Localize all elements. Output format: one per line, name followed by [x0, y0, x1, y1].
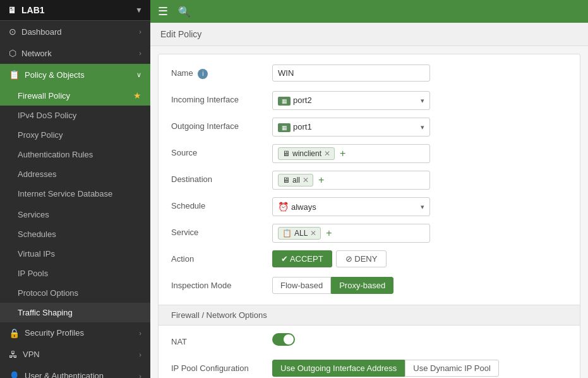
source-row: Source 🖥 winclient ✕ +	[171, 144, 567, 164]
sidebar-item-label: Internet Service Database	[18, 189, 112, 200]
dashboard-icon: ⊙	[9, 27, 16, 37]
toggle-thumb	[284, 334, 294, 344]
source-label: Source	[171, 144, 272, 157]
star-icon: ★	[133, 90, 141, 101]
sidebar: 🖥 LAB1 ▼ ⊙ Dashboard › ⬡ Network › 📋 Pol…	[0, 0, 150, 378]
destination-tag-label: all	[292, 176, 300, 185]
sidebar-header[interactable]: 🖥 LAB1 ▼	[0, 0, 150, 21]
schedule-row: Schedule ⏰always ▾	[171, 197, 567, 217]
action-row: Action ✔ ACCEPT ⊘ DENY	[171, 250, 567, 271]
policy-icon: 📋	[9, 70, 20, 80]
action-buttons: ✔ ACCEPT ⊘ DENY	[272, 250, 567, 267]
destination-tag-container[interactable]: 🖥 all ✕ +	[272, 171, 430, 190]
sidebar-item-network[interactable]: ⬡ Network ›	[0, 42, 150, 64]
chevron-right-icon: ›	[139, 372, 141, 378]
use-dynamic-ip-pool-button[interactable]: Use Dynamic IP Pool	[405, 360, 499, 377]
chevron-down-icon: ▾	[421, 203, 424, 211]
destination-row: Destination 🖥 all ✕ +	[171, 171, 567, 191]
nat-label: NAT	[171, 333, 272, 346]
sidebar-item-label: Services	[18, 210, 49, 219]
sidebar-item-auth-rules[interactable]: Authentication Rules	[0, 145, 150, 164]
sidebar-brand: 🖥 LAB1	[8, 5, 45, 15]
sidebar-item-label: Firewall Policy	[18, 91, 70, 101]
accept-button[interactable]: ✔ ACCEPT	[272, 250, 332, 267]
sidebar-item-protocol-options[interactable]: Protocol Options	[0, 283, 150, 303]
sidebar-item-ip-pools[interactable]: IP Pools	[0, 264, 150, 283]
name-label: Name	[171, 68, 193, 78]
dest-tag-icon: 🖥	[282, 176, 290, 185]
service-tag-remove[interactable]: ✕	[310, 229, 316, 238]
sidebar-item-proxy-policy[interactable]: Proxy Policy	[0, 125, 150, 145]
source-tag-remove[interactable]: ✕	[324, 149, 330, 158]
sidebar-item-label: Policy & Objects	[25, 70, 85, 80]
inspection-mode-row: Inspection Mode Flow-based Proxy-based	[171, 277, 567, 297]
source-tag-container[interactable]: 🖥 winclient ✕ +	[272, 144, 430, 163]
incoming-interface-value: port2	[293, 95, 312, 105]
sidebar-item-label: IPv4 DoS Policy	[18, 111, 76, 120]
outgoing-interface-row: Outgoing Interface ▦port1 ▾	[171, 118, 567, 138]
nat-row: NAT	[171, 333, 567, 353]
destination-add-button[interactable]: +	[318, 174, 324, 186]
ip-pool-buttons: Use Outgoing Interface Address Use Dynam…	[272, 360, 567, 377]
page-title: Edit Policy	[150, 23, 588, 46]
sidebar-item-traffic-shaping[interactable]: Traffic Shaping	[0, 303, 150, 322]
sidebar-item-label: IP Pools	[18, 269, 48, 278]
destination-label: Destination	[171, 171, 272, 184]
service-add-button[interactable]: +	[326, 228, 332, 239]
sidebar-item-firewall-policy[interactable]: Firewall Policy ★	[0, 85, 150, 106]
incoming-interface-select[interactable]: ▦port2 ▾	[272, 91, 430, 110]
hamburger-icon[interactable]: ☰	[158, 4, 168, 18]
sidebar-item-label: VPN	[23, 350, 40, 359]
destination-tag-remove[interactable]: ✕	[303, 176, 309, 185]
sidebar-item-policy-objects[interactable]: 📋 Policy & Objects ∨	[0, 64, 150, 85]
sidebar-item-ipv4-dos[interactable]: IPv4 DoS Policy	[0, 106, 150, 125]
sidebar-item-label: Schedules	[18, 229, 56, 239]
nat-toggle[interactable]	[272, 333, 295, 346]
action-label: Action	[171, 250, 272, 264]
schedule-select[interactable]: ⏰always ▾	[272, 197, 430, 216]
main-content: ☰ 🔍 Edit Policy Name i Incoming Interfac…	[150, 0, 588, 378]
sidebar-collapse-arrow[interactable]: ▼	[135, 6, 143, 15]
toggle-track[interactable]	[272, 333, 295, 346]
service-tag-icon: 📋	[282, 229, 292, 238]
sidebar-item-label: Network	[21, 49, 52, 58]
sidebar-item-label: Dashboard	[21, 27, 62, 37]
sidebar-item-label: Authentication Rules	[18, 150, 93, 159]
sidebar-item-label: Addresses	[18, 169, 56, 179]
name-input[interactable]	[272, 64, 430, 82]
destination-tag-all: 🖥 all ✕	[278, 174, 313, 186]
sidebar-item-internet-service-db[interactable]: Internet Service Database	[0, 184, 150, 205]
service-tag-container[interactable]: 📋 ALL ✕ +	[272, 224, 430, 243]
user-icon: 👤	[9, 371, 20, 378]
use-outgoing-interface-button[interactable]: Use Outgoing Interface Address	[272, 360, 405, 377]
name-info-icon[interactable]: i	[198, 69, 208, 79]
sidebar-item-addresses[interactable]: Addresses	[0, 164, 150, 184]
sidebar-item-virtual-ips[interactable]: Virtual IPs	[0, 244, 150, 264]
name-row: Name i	[171, 64, 567, 85]
sidebar-item-security-profiles[interactable]: 🔒 Security Profiles ›	[0, 322, 150, 344]
sidebar-item-user-auth[interactable]: 👤 User & Authentication ›	[0, 365, 150, 378]
outgoing-interface-select[interactable]: ▦port1 ▾	[272, 118, 430, 137]
edit-policy-form: Name i Incoming Interface ▦port2 ▾ Outgo…	[158, 54, 580, 378]
inspection-mode-label: Inspection Mode	[171, 277, 272, 290]
incoming-interface-label: Incoming Interface	[171, 91, 272, 104]
source-add-button[interactable]: +	[340, 148, 345, 159]
sidebar-item-label: User & Authentication	[25, 371, 104, 378]
proxy-based-button[interactable]: Proxy-based	[331, 277, 393, 294]
chevron-right-icon: ›	[139, 28, 141, 35]
search-icon[interactable]: 🔍	[178, 6, 191, 18]
chevron-down-icon: ▾	[421, 97, 424, 105]
sidebar-item-dashboard[interactable]: ⊙ Dashboard ›	[0, 21, 150, 42]
sidebar-item-vpn[interactable]: 🖧 VPN ›	[0, 344, 150, 365]
flow-based-button[interactable]: Flow-based	[272, 277, 331, 294]
chevron-down-icon: ∨	[136, 71, 141, 79]
ip-pool-config-label: IP Pool Configuration	[171, 360, 272, 373]
security-icon: 🔒	[9, 328, 20, 338]
interface-icon: ▦	[278, 123, 291, 132]
sidebar-brand-label: LAB1	[21, 5, 45, 15]
sidebar-item-schedules[interactable]: Schedules	[0, 224, 150, 244]
sidebar-item-label: Security Profiles	[25, 328, 84, 338]
deny-button[interactable]: ⊘ DENY	[336, 250, 387, 267]
sidebar-item-services[interactable]: Services	[0, 205, 150, 224]
service-tag-label: ALL	[294, 229, 308, 238]
